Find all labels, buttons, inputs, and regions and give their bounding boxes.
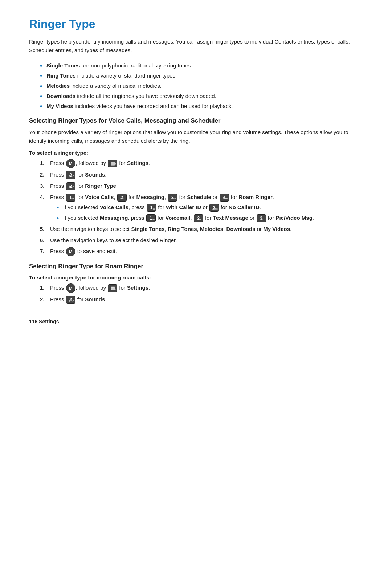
step-2: Press 2ABC for Sounds.	[40, 170, 363, 179]
key-2-roam: 2ABC	[66, 296, 75, 304]
menu-key: M	[66, 159, 75, 168]
intro-paragraph: Ringer types help you identify incoming …	[29, 37, 363, 55]
list-item-label: Downloads	[46, 93, 75, 99]
step-7: Press M to save and exit.	[40, 247, 363, 256]
key-1b: 1✉	[147, 204, 156, 212]
step-5: Use the navigation keys to select Single…	[40, 225, 363, 234]
list-item: Ring Tones include a variety of standard…	[40, 71, 363, 80]
steps-list-1: Press M, followed by ▦SET for Settings. …	[29, 159, 363, 256]
key-2b: 2ABC	[66, 182, 75, 190]
roam-step-1: Press M, followed by ▦SET for Settings.	[40, 283, 363, 293]
key-3b: 3LXY	[257, 214, 266, 222]
key-1c: 1✉	[146, 214, 156, 222]
list-item-label: My Videos	[46, 103, 73, 109]
list-item-label: Single Tones	[46, 62, 80, 69]
list-item: Melodies include a variety of musical me…	[40, 82, 363, 90]
key-2d: 2ABC	[209, 204, 219, 212]
step-1: Press M, followed by ▦SET for Settings.	[40, 159, 363, 168]
key-4a: 4GHI	[220, 194, 229, 202]
section1-heading: Selecting Ringer Types for Voice Calls, …	[29, 117, 363, 124]
list-item-label: Ring Tones	[46, 73, 76, 79]
page-title: Ringer Type	[29, 17, 363, 31]
to-select-roam-label: To select a ringer type for incoming roa…	[29, 274, 363, 281]
list-item: Single Tones are non-polyphonic traditio…	[40, 61, 363, 70]
step-6: Use the navigation keys to select the de…	[40, 236, 363, 245]
menu-key-save: M	[66, 247, 75, 256]
roam-step-2: Press 2ABC for Sounds.	[40, 295, 363, 304]
step-3: Press 2ABC for Ringer Type.	[40, 182, 363, 191]
settings-key-2: ▦SET	[108, 284, 117, 292]
menu-key-2: M	[66, 283, 75, 293]
settings-key: ▦SET	[108, 160, 117, 167]
feature-list: Single Tones are non-polyphonic traditio…	[29, 61, 363, 111]
step-4-subbullets: If you selected Voice Calls, press 1✉ fo…	[50, 203, 363, 223]
to-select-label: To select a ringer type:	[29, 150, 363, 156]
sub-bullet-1: If you selected Voice Calls, press 1✉ fo…	[57, 203, 363, 212]
key-2e: 2ABC	[194, 214, 203, 222]
key-3a: 3DEF	[168, 194, 177, 202]
section1-intro: Your phone provides a variety of ringer …	[29, 128, 363, 145]
list-item: My Videos includes videos you have recor…	[40, 102, 363, 111]
footer: 116 Settings	[29, 319, 363, 324]
steps-list-2: Press M, followed by ▦SET for Settings. …	[29, 283, 363, 304]
sub-bullet-2: If you selected Messaging, press 1✉ for …	[57, 214, 363, 223]
list-item: Downloads include all the ringtones you …	[40, 92, 363, 100]
list-item-label: Melodies	[46, 83, 70, 89]
key-1a: 1✉	[66, 194, 75, 202]
section2-heading: Selecting Ringer Type for Roam Ringer	[29, 263, 363, 270]
key-2a: 2ABC	[66, 171, 75, 179]
step-4: Press 1✉ for Voice Calls, 2ABC for Messa…	[40, 193, 363, 223]
key-2c: 2ABC	[117, 194, 127, 202]
